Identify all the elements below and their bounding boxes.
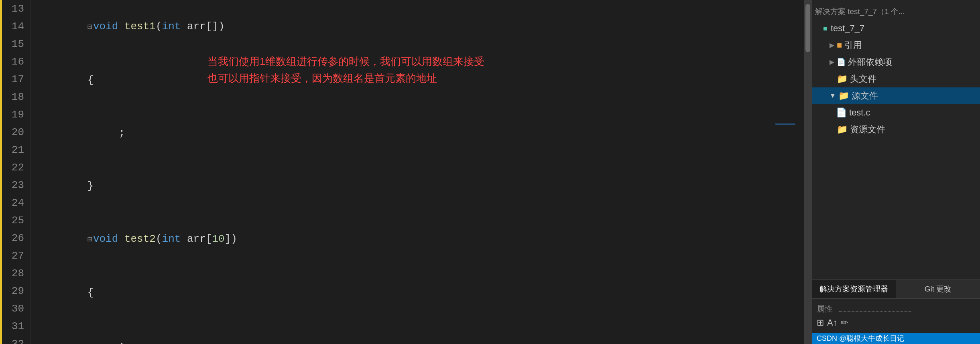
line-num-31: 31 [8,318,24,335]
tab-git-label: Git 更改 [925,285,952,293]
editor-container: 13 14 15 16 17 18 19 20 21 22 23 24 25 2… [0,0,811,344]
code-line-19: { [37,266,804,319]
tree-item-external-deps[interactable]: ▶ 📄 外部依赖项 [812,54,980,71]
blue-line-marker [775,123,795,125]
tab-solution-label: 解决方案资源管理器 [819,285,888,293]
line-num-20: 20 [8,123,24,141]
line-num-32: 32 [8,335,24,344]
code-line-18: ⊟void test2(int arr[10]) [37,212,804,266]
solution-label: 解决方案 test_7_7（1 个... [815,5,905,18]
line-num-14: 14 [8,18,24,35]
tree-item-resources[interactable]: ▶ 📁 资源文件 [812,121,980,138]
tree-item-project[interactable]: ■ test_7_7 [812,20,980,37]
sidebar-tabs: 解决方案资源管理器 Git 更改 [812,279,980,298]
ref-icon: ■ [837,38,842,52]
scrollbar-thumb[interactable] [805,4,810,52]
resources-label: 资源文件 [850,123,885,136]
ext-icon: 📄 [837,55,846,69]
line-num-23: 23 [8,176,24,194]
code-area: 13 14 15 16 17 18 19 20 21 22 23 24 25 2… [0,0,811,344]
scrollbar[interactable] [804,0,811,344]
property-icons-row: ⊞ A↑ ✏ [817,318,975,328]
code-line-17: } [37,160,804,212]
code-line-14: ⊟void test1(int arr[]) [37,0,804,54]
collapse-icon-source[interactable]: ▼ [830,89,836,103]
tab-solution-explorer[interactable]: 解决方案资源管理器 [812,280,896,298]
line-num-30: 30 [8,300,24,318]
properties-grid-icon[interactable]: ⊞ [817,318,824,328]
line-num-15: 15 [8,35,24,53]
footer-text: CSDN @聪根大牛成长日记 [817,334,904,343]
tab-git-changes[interactable]: Git 更改 [896,280,980,298]
line-num-17: 17 [8,71,24,88]
properties-sort-icon[interactable]: A↑ [827,318,838,328]
headers-folder-icon: 📁 [837,72,848,86]
properties-label: 属性 [817,304,975,314]
line-num-28: 28 [8,265,24,282]
source-files-label: 源文件 [852,89,878,103]
test-c-label: test.c [849,106,870,119]
code-line-16: ; [37,107,804,160]
line-num-22: 22 [8,159,24,176]
tree-item-test-c[interactable]: 📄 test.c [812,104,980,121]
source-folder-icon: 📁 [838,89,849,103]
line-num-27: 27 [8,247,24,265]
line-numbers: 13 14 15 16 17 18 19 20 21 22 23 24 25 2… [2,0,31,344]
line-num-16: 16 [8,53,24,71]
code-line-20: ; [37,319,804,344]
line-num-29: 29 [8,282,24,300]
line-num-19: 19 [8,106,24,123]
properties-text: 属性 [817,304,833,313]
expand-icon-ext[interactable]: ▶ [830,55,834,69]
project-tree: 解决方案 test_7_7（1 个... ■ test_7_7 ▶ ■ 引用 ▶… [812,0,980,279]
footer-bar: CSDN @聪根大牛成长日记 [812,333,980,344]
collapse-icon-14[interactable]: ⊟ [87,22,92,32]
line-num-25: 25 [8,212,24,229]
file-icon-test-c: 📄 [836,106,847,119]
res-folder-icon: 📁 [837,123,848,136]
tree-item-headers[interactable]: ▶ 📁 头文件 [812,71,980,87]
project-label: test_7_7 [831,22,864,35]
tree-item-source-files[interactable]: ▼ 📁 源文件 [812,87,980,104]
references-label: 引用 [844,38,862,52]
code-content[interactable]: ⊟void test1(int arr[]) { ; } ⊟void test2… [31,0,804,344]
line-num-26: 26 [8,229,24,247]
line-num-24: 24 [8,194,24,212]
collapse-icon-18[interactable]: ⊟ [87,235,92,244]
expand-icon-references[interactable]: ▶ [830,38,834,52]
properties-edit-icon[interactable]: ✏ [841,318,848,328]
tree-item-references[interactable]: ▶ ■ 引用 [812,37,980,54]
line-num-13: 13 [8,0,24,18]
properties-section: 属性 ⊞ A↑ ✏ [812,298,980,333]
code-line-15: { [37,54,804,107]
line-num-21: 21 [8,141,24,159]
external-deps-label: 外部依赖项 [848,55,892,69]
headers-label: 头文件 [850,72,876,86]
line-num-18: 18 [8,88,24,106]
project-icon: ■ [823,22,828,35]
project-solution-item[interactable]: 解决方案 test_7_7（1 个... [812,3,980,20]
sidebar: 解决方案 test_7_7（1 个... ■ test_7_7 ▶ ■ 引用 ▶… [811,0,980,344]
